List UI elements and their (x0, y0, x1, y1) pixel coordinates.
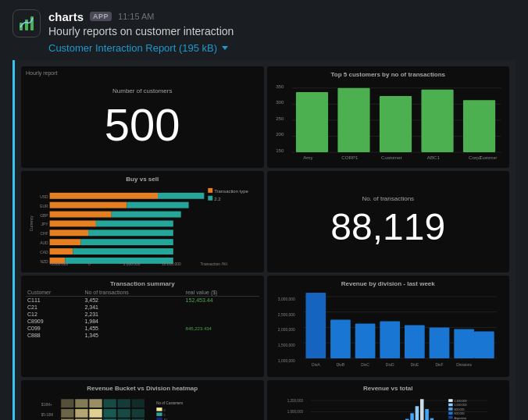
svg-text:5: 5 (163, 414, 165, 417)
svg-text:150: 150 (276, 148, 284, 153)
dropdown-arrow-icon (222, 46, 228, 50)
svg-rect-39 (50, 220, 96, 226)
svg-text:Transaction type: Transaction type (214, 189, 248, 194)
svg-text:$10M+: $10M+ (41, 403, 52, 407)
buy-sell-panel: Buy vs sell Transaction type 2.2 Currenc… (21, 171, 264, 272)
buy-sell-title: Buy vs sell (26, 176, 259, 183)
svg-rect-90 (75, 399, 87, 408)
dashboard-grid: Hourly report Number of customers 500 To… (21, 66, 509, 377)
svg-text:300: 300 (276, 99, 284, 105)
svg-text:Customer: Customer (381, 155, 402, 160)
svg-text:DivF: DivF (435, 363, 443, 367)
attachment-label[interactable]: Customer Interaction Report (195 kB) (48, 42, 516, 54)
svg-rect-13 (295, 92, 327, 152)
revenue-division-chart: 3,000,000 2,500,000 2,000,000 1,500,000 … (272, 289, 505, 370)
svg-rect-91 (89, 399, 102, 408)
message-text: Hourly reports on customer interaction (48, 25, 234, 37)
header-text: charts APP 11:15 AM Hourly reports on cu… (48, 10, 234, 37)
svg-text:800,000: 800,000 (454, 408, 464, 411)
summary-title: Transaction summary (26, 280, 259, 287)
svg-rect-46 (80, 239, 173, 245)
svg-text:GBP: GBP (40, 214, 48, 218)
svg-rect-92 (103, 399, 116, 408)
svg-text:1,000,000: 1,000,000 (277, 359, 294, 363)
svg-rect-172 (415, 406, 419, 420)
svg-rect-93 (118, 399, 130, 408)
table-row: C21 2,341 (26, 304, 259, 311)
svg-text:No of Customers: No of Customers (156, 401, 184, 405)
svg-rect-40 (96, 220, 173, 226)
svg-rect-17 (462, 100, 494, 152)
svg-text:Amy: Amy (303, 155, 313, 160)
svg-rect-99 (118, 409, 130, 418)
svg-rect-15 (379, 96, 411, 152)
svg-rect-135 (156, 412, 162, 416)
svg-rect-94 (132, 399, 144, 408)
svg-text:JPY: JPY (41, 222, 49, 226)
svg-rect-36 (50, 212, 112, 218)
svg-text:NZD: NZD (40, 260, 48, 264)
svg-text:CHF: CHF (40, 232, 48, 236)
svg-rect-33 (50, 202, 127, 208)
hourly-report-label: Hourly report (26, 70, 57, 76)
svg-text:1,200,000: 1,200,000 (287, 399, 303, 403)
svg-text:1,000,000: 1,000,000 (287, 410, 303, 414)
svg-rect-100 (132, 409, 144, 418)
customers-value: 500 (26, 102, 259, 148)
svg-rect-171 (410, 413, 414, 420)
svg-text:1,500,000: 1,500,000 (277, 343, 294, 347)
heatmap-panel: Revenue Bucket vs Division heatmap $10M+… (21, 380, 264, 420)
svg-text:DivB: DivB (336, 363, 344, 367)
svg-rect-24 (208, 188, 212, 193)
summary-table: Customer No of transactions real value (… (26, 289, 259, 339)
svg-text:200: 200 (276, 132, 284, 137)
svg-rect-16 (421, 90, 453, 152)
col-customer: Customer (26, 289, 83, 297)
svg-rect-190 (448, 412, 452, 415)
svg-text:DivD: DivD (385, 363, 394, 367)
svg-text:350: 350 (276, 84, 284, 89)
message-container: charts APP 11:15 AM Hourly reports on cu… (0, 0, 528, 420)
svg-rect-37 (112, 212, 181, 218)
svg-text:Argentina: Argentina (454, 417, 466, 420)
dashboard-container: Hourly report Number of customers 500 To… (12, 60, 516, 420)
svg-text:600,000: 600,000 (454, 412, 464, 415)
svg-text:5,000,000: 5,000,000 (123, 262, 141, 265)
svg-text:Currency: Currency (30, 215, 34, 232)
table-row: C888 1,345 (26, 332, 259, 339)
svg-rect-89 (61, 399, 73, 408)
svg-rect-173 (419, 399, 423, 420)
svg-text:CORP1: CORP1 (341, 155, 359, 160)
svg-text:EUR: EUR (40, 205, 48, 208)
message-header: charts APP 11:15 AM Hourly reports on cu… (12, 9, 516, 37)
svg-text:1,000,000: 1,000,000 (454, 404, 466, 407)
svg-rect-133 (156, 408, 162, 411)
svg-text:-3,000,000: -3,000,000 (50, 262, 69, 265)
svg-text:Divisions: Divisions (456, 363, 472, 367)
svg-text:DivA: DivA (312, 363, 320, 367)
svg-text:250: 250 (276, 116, 284, 121)
svg-rect-52 (65, 258, 173, 264)
top5-chart: 350 300 250 200 150 (272, 80, 505, 161)
table-row: C8909 1,984 (26, 318, 259, 325)
col-value: real value ($) (184, 289, 259, 297)
svg-rect-45 (50, 239, 81, 245)
svg-text:DivC: DivC (361, 363, 369, 367)
svg-rect-73 (429, 327, 449, 358)
table-row: C111 3,452 152,453.44 (26, 297, 259, 304)
heatmap-title: Revenue Bucket vs Division heatmap (26, 385, 259, 392)
svg-text:0: 0 (88, 262, 91, 265)
top5-panel: Top 5 customers by no of transactions 35… (267, 66, 510, 168)
customers-title: Number of customers (26, 87, 259, 94)
svg-rect-43 (88, 230, 173, 236)
svg-text:$5-10M: $5-10M (41, 413, 54, 417)
svg-rect-97 (89, 409, 102, 418)
customers-panel: Hourly report Number of customers 500 (21, 66, 264, 168)
app-icon (12, 9, 41, 37)
app-badge: APP (90, 12, 112, 21)
svg-rect-1 (25, 20, 28, 30)
svg-rect-14 (337, 88, 369, 152)
svg-rect-188 (448, 408, 452, 411)
revenue-total-chart: 1,200,000 1,000,000 800,000 600,000 400,… (272, 393, 505, 420)
svg-text:ABC1: ABC1 (426, 155, 440, 160)
